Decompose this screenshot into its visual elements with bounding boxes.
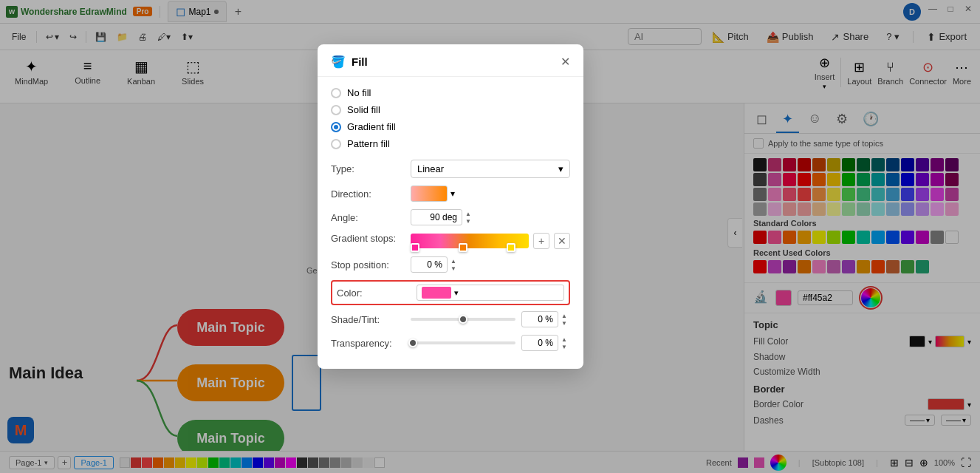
- stop-position-row: Stop position: ▲ ▼: [331, 256, 570, 273]
- transparency-up[interactable]: ▲: [558, 336, 570, 343]
- gradient-fill-label: Gradient fill: [347, 121, 396, 132]
- solid-fill-radio[interactable]: [331, 105, 341, 115]
- type-label: Type:: [331, 163, 405, 174]
- pattern-fill-label: Pattern fill: [347, 138, 390, 149]
- shade-number: ▲ ▼: [521, 311, 570, 327]
- direction-arrow[interactable]: ▾: [450, 188, 455, 199]
- transparency-control: ▲ ▼: [411, 335, 570, 351]
- gradient-stops-control: + ✕: [411, 233, 570, 249]
- transparency-spinners: ▲ ▼: [558, 336, 570, 350]
- modal-header: 🪣 Fill ✕: [318, 44, 583, 77]
- transparency-row: Transparency: ▲ ▼: [331, 335, 570, 351]
- stop-pos-down[interactable]: ▼: [448, 265, 459, 272]
- angle-down[interactable]: ▼: [462, 217, 474, 225]
- shade-control: ▲ ▼: [411, 311, 570, 327]
- color-label: Color:: [337, 287, 411, 299]
- gradient-bar[interactable]: [411, 234, 529, 248]
- direction-color-btn[interactable]: [411, 186, 448, 202]
- direction-picker: ▾: [411, 186, 570, 202]
- no-fill-radio[interactable]: [331, 88, 341, 98]
- angle-control: ▲ ▼: [411, 209, 570, 225]
- stop-pos-up[interactable]: ▲: [448, 257, 459, 265]
- transparency-input[interactable]: [521, 335, 558, 351]
- direction-row: Direction: ▾: [331, 186, 570, 202]
- gradient-fill-radio[interactable]: [331, 122, 341, 132]
- stop-position-input[interactable]: [411, 256, 448, 273]
- shade-row: Shade/Tint: ▲ ▼: [331, 311, 570, 327]
- fill-icon: 🪣: [331, 55, 346, 69]
- gradient-stop-1[interactable]: [411, 243, 419, 252]
- color-selector[interactable]: ▾: [417, 285, 564, 301]
- angle-input[interactable]: [411, 209, 462, 225]
- angle-up[interactable]: ▲: [462, 210, 474, 217]
- color-dropdown-arrow: ▾: [454, 288, 459, 298]
- type-control: Linear ▾: [411, 160, 570, 178]
- shade-down[interactable]: ▼: [558, 319, 570, 327]
- fill-modal: 🪣 Fill ✕ No fill Solid fill Gradient fil…: [318, 44, 583, 369]
- type-select-arrow: ▾: [558, 163, 563, 174]
- shade-slider-thumb[interactable]: [459, 315, 467, 324]
- modal-title: Fill: [352, 55, 561, 68]
- color-row: Color: ▾: [337, 285, 564, 301]
- direction-control: ▾: [411, 186, 570, 202]
- stop-position-spinners: ▲ ▼: [448, 257, 459, 272]
- color-control: ▾: [417, 285, 564, 301]
- no-fill-option[interactable]: No fill: [331, 87, 570, 98]
- gradient-fill-option[interactable]: Gradient fill: [331, 121, 570, 132]
- angle-label: Angle:: [331, 212, 405, 223]
- gradient-stops-row: Gradient stops: + ✕: [331, 233, 570, 249]
- gradient-stops-label: Gradient stops:: [331, 233, 405, 244]
- fill-options: No fill Solid fill Gradient fill Pattern…: [331, 87, 570, 149]
- gradient-bar-row: + ✕: [411, 233, 570, 249]
- angle-spinners: ▲ ▼: [462, 210, 474, 225]
- stop-position-control: ▲ ▼: [411, 256, 570, 273]
- modal-close-button[interactable]: ✕: [561, 55, 570, 69]
- no-fill-label: No fill: [347, 87, 371, 98]
- remove-gradient-stop-button[interactable]: ✕: [554, 233, 570, 249]
- stop-position-label: Stop position:: [331, 259, 405, 270]
- add-gradient-stop-button[interactable]: +: [533, 233, 549, 249]
- shade-spinners: ▲ ▼: [558, 312, 570, 327]
- pattern-fill-option[interactable]: Pattern fill: [331, 138, 570, 149]
- type-select[interactable]: Linear ▾: [411, 160, 570, 178]
- pattern-fill-radio[interactable]: [331, 139, 341, 149]
- gradient-stop-2[interactable]: [459, 243, 467, 252]
- color-row-container: Color: ▾: [331, 280, 570, 305]
- transparency-label: Transparency:: [331, 338, 405, 349]
- angle-row: Angle: ▲ ▼: [331, 209, 570, 225]
- color-preview: [422, 287, 451, 299]
- transparency-down[interactable]: ▼: [558, 343, 570, 350]
- gradient-stop-3[interactable]: [507, 243, 515, 252]
- shade-input[interactable]: [521, 311, 558, 327]
- shade-slider-track[interactable]: [411, 318, 515, 321]
- direction-label: Direction:: [331, 188, 405, 200]
- solid-fill-option[interactable]: Solid fill: [331, 104, 570, 115]
- type-value: Linear: [417, 163, 444, 174]
- transparency-number: ▲ ▼: [521, 335, 570, 351]
- transparency-slider-thumb[interactable]: [408, 338, 417, 347]
- transparency-slider-track[interactable]: [411, 341, 515, 344]
- solid-fill-label: Solid fill: [347, 104, 380, 115]
- shade-label: Shade/Tint:: [331, 314, 405, 325]
- shade-up[interactable]: ▲: [558, 312, 570, 319]
- modal-body: No fill Solid fill Gradient fill Pattern…: [318, 77, 583, 369]
- type-row: Type: Linear ▾: [331, 160, 570, 178]
